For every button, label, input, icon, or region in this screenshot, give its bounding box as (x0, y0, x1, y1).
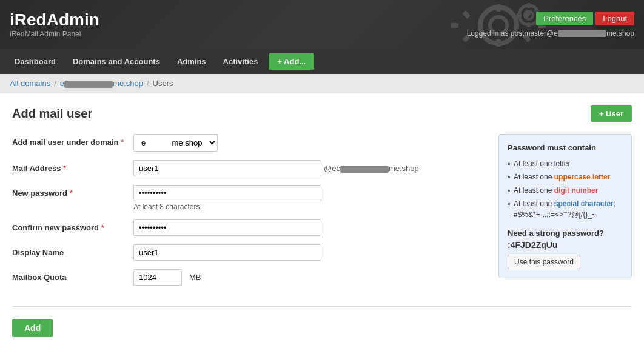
add-user-button[interactable]: + User (591, 105, 632, 122)
nav-dashboard[interactable]: Dashboard (6, 49, 64, 74)
preferences-button[interactable]: Preferences (536, 12, 593, 25)
confirm-password-control (133, 219, 486, 236)
nav-add-button[interactable]: + Add... (269, 53, 314, 70)
nav-activities[interactable]: Activities (215, 49, 267, 74)
domain-select[interactable]: e me.shop (133, 134, 218, 152)
new-password-control: At least 8 characters. (133, 185, 486, 211)
rule-uppercase: At least one uppercase letter (508, 170, 623, 184)
password-policy-title: Password must contain (508, 143, 623, 152)
svg-rect-2 (496, 4, 501, 12)
brand: iRedAdmin iRedMail Admin Panel (10, 10, 99, 38)
app-subtitle: iRedMail Admin Panel (10, 30, 99, 38)
mail-address-input[interactable] (133, 160, 321, 176)
display-name-row: Display Name (12, 244, 486, 261)
mail-address-wrap: @ec me.shop (133, 160, 486, 176)
nav-admins[interactable]: Admins (169, 49, 215, 74)
mail-address-control: @ec me.shop (133, 160, 486, 176)
header-right: Preferences Logout Logged in as postmast… (467, 12, 634, 38)
rule-special-highlight: special character (554, 199, 614, 208)
breadcrumb: All domains / e me.shop / Users (0, 74, 644, 93)
breadcrumb-sep-1: / (54, 79, 56, 88)
mail-address-label: Mail Address * (12, 160, 133, 173)
breadcrumb-all-domains[interactable]: All domains (10, 79, 50, 88)
add-submit-button[interactable]: Add (12, 319, 53, 337)
header: iRedAdmin iRedMail Admin Panel Preferenc… (0, 0, 644, 49)
use-password-button[interactable]: Use this password (508, 255, 580, 269)
domain-blurred (64, 81, 113, 88)
display-name-input[interactable] (133, 244, 321, 261)
rule-digit-highlight: digit number (554, 186, 599, 195)
logout-button[interactable]: Logout (595, 12, 634, 25)
form-layout: Add mail user under domain * e me.shop M… (12, 134, 632, 294)
form-main: Add mail user under domain * e me.shop M… (12, 134, 486, 294)
rule-uppercase-highlight: uppercase letter (554, 173, 611, 181)
generated-password: :4FJD2ZqUu (508, 240, 623, 250)
header-buttons: Preferences Logout (536, 12, 634, 25)
breadcrumb-current: Users (153, 79, 173, 88)
mailbox-quota-control: MB (133, 269, 486, 286)
strong-password-label: Need a strong password? (508, 229, 623, 238)
page-title: Add mail user (12, 107, 92, 121)
password-policy-sidebar: Password must contain At least one lette… (498, 134, 632, 278)
mb-unit: MB (189, 273, 201, 282)
breadcrumb-sep-2: / (147, 79, 149, 88)
new-password-row: New password * At least 8 characters. (12, 185, 486, 211)
mailbox-quota-label: Mailbox Quota (12, 269, 133, 282)
at-domain: @ec me.shop (324, 164, 419, 173)
domain-label: Add mail user under domain * (12, 134, 133, 147)
navbar: Dashboard Domains and Accounts Admins Ac… (0, 49, 644, 74)
submit-section: Add (12, 319, 632, 337)
svg-rect-12 (527, 3, 531, 8)
logged-in-text: Logged in as postmaster@e me.shop (467, 29, 634, 38)
password-rules-list: At least one letter At least one upperca… (508, 157, 623, 221)
new-password-input[interactable] (133, 185, 321, 201)
password-hint: At least 8 characters. (133, 202, 486, 211)
app-title: iRedAdmin (10, 10, 99, 30)
nav-domains-accounts[interactable]: Domains and Accounts (64, 49, 169, 74)
rule-digit: At least one digit number (508, 184, 623, 197)
domain-row: Add mail user under domain * e me.shop (12, 134, 486, 152)
required-marker: * (121, 138, 124, 147)
svg-rect-4 (451, 23, 458, 28)
mailbox-quota-input[interactable] (133, 269, 182, 286)
svg-rect-3 (496, 39, 501, 47)
form-divider (12, 306, 632, 307)
display-name-label: Display Name (12, 244, 133, 257)
confirm-password-label: Confirm new password * (12, 219, 133, 232)
main-content: Add mail user + User Add mail user under… (0, 93, 644, 348)
confirm-password-row: Confirm new password * (12, 219, 486, 236)
mail-address-row: Mail Address * @ec me.shop (12, 160, 486, 176)
domain-control: e me.shop (133, 134, 486, 152)
confirm-password-input[interactable] (133, 219, 321, 236)
rule-letter: At least one letter (508, 157, 623, 170)
display-name-control (133, 244, 486, 261)
mailbox-quota-row: Mailbox Quota MB (12, 269, 486, 286)
breadcrumb-domain[interactable]: e me.shop (60, 79, 143, 88)
new-password-label: New password * (12, 185, 133, 198)
rule-special: At least one special character: #$%&*+-.… (508, 197, 623, 221)
email-blurred (558, 30, 606, 37)
page-header: Add mail user + User (12, 105, 632, 122)
strong-password-section: Need a strong password? :4FJD2ZqUu Use t… (508, 229, 623, 269)
